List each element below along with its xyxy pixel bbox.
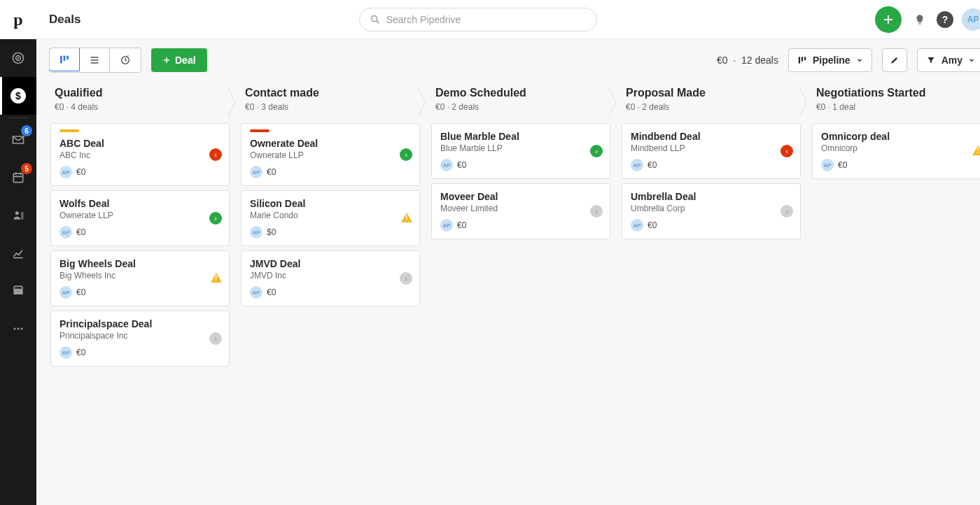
activity-today-icon[interactable]: › (209, 212, 222, 225)
deal-value: €0 (267, 287, 276, 297)
deal-card[interactable]: Omnicorp dealOmnicorpAP€0 (812, 123, 980, 179)
owner-avatar: AP (59, 166, 72, 178)
quick-add-button[interactable] (875, 6, 902, 33)
deal-card[interactable]: Moveer DealMoveer LimitedAP€0› (431, 183, 610, 239)
deal-value: €0 (457, 220, 466, 230)
deal-card[interactable]: Principalspace DealPrincipalspace IncAP€… (50, 311, 230, 367)
activity-none-icon[interactable]: › (400, 272, 412, 285)
deal-title: Principalspace Deal (59, 318, 220, 329)
deal-title: Omnicorp deal (821, 131, 980, 142)
deal-value: €0 (648, 220, 657, 230)
stage-column: Negotiations Started€0 · 1 dealOmnicorp … (806, 81, 980, 505)
stage-header[interactable]: Demo Scheduled€0 · 2 deals (430, 81, 612, 123)
deal-card[interactable]: Umbrella DealUmbrella CorpAP€0› (622, 183, 801, 239)
nav-deals[interactable]: $ (0, 77, 36, 115)
assistant-button[interactable] (911, 11, 928, 28)
deal-title: JMVD Deal (250, 258, 411, 269)
deal-company: Mindbend LLP (631, 143, 792, 153)
deal-value: €0 (76, 227, 85, 237)
view-forecast[interactable] (110, 48, 141, 72)
logo[interactable]: p (0, 0, 36, 39)
help-button[interactable]: ? (937, 11, 953, 28)
nav-leads[interactable] (0, 39, 36, 77)
view-list[interactable] (79, 48, 110, 72)
svg-rect-5 (21, 212, 23, 220)
deal-company: Principalspace Inc (59, 331, 220, 341)
main: Deals ? AP (36, 0, 980, 505)
svg-rect-10 (60, 56, 62, 64)
nav-contacts[interactable] (0, 197, 36, 234)
stage-title: Negotiations Started (816, 87, 980, 99)
svg-rect-16 (804, 57, 806, 60)
svg-rect-14 (799, 57, 800, 63)
deal-value: $0 (267, 227, 276, 237)
stage-arrow-icon (799, 87, 806, 118)
deal-value: €0 (76, 348, 85, 357)
activity-today-icon[interactable]: › (400, 148, 412, 161)
add-deal-button[interactable]: Deal (151, 48, 207, 72)
stage-title: Demo Scheduled (435, 87, 606, 99)
deal-card[interactable]: Mindbend DealMindbend LLPAP€0‹ (622, 123, 801, 179)
deal-title: Blue Marble Deal (440, 131, 601, 142)
deal-card[interactable]: Wolfs DealOwnerate LLPAP€0› (50, 190, 230, 246)
edit-pipeline-button[interactable] (882, 48, 907, 72)
deal-card[interactable]: Ownerate DealOwnerate LLPAP€0› (241, 123, 420, 186)
activity-overdue-icon[interactable]: ‹ (209, 148, 222, 161)
stage-summary: €0 · 1 deal (816, 102, 980, 112)
deal-value: €0 (648, 160, 657, 170)
stage-column: Contact made€0 · 3 dealsOwnerate DealOwn… (235, 81, 426, 505)
pipeline-selector[interactable]: Pipeline (788, 48, 872, 72)
nav-more[interactable] (0, 310, 36, 348)
activity-overdue-icon[interactable]: ‹ (780, 145, 793, 157)
owner-avatar: AP (59, 346, 72, 359)
activity-none-icon[interactable]: › (209, 332, 222, 345)
nav-insights[interactable] (0, 234, 36, 272)
user-avatar[interactable]: AP (962, 8, 980, 31)
more-icon (11, 322, 25, 336)
owner-avatar: AP (631, 159, 643, 171)
deal-title: Umbrella Deal (631, 191, 792, 202)
view-pipeline[interactable] (49, 48, 80, 71)
deal-card[interactable]: ABC DealABC IncAP€0‹ (50, 123, 230, 186)
forecast-view-icon (120, 55, 131, 66)
deal-company: Big Wheels Inc (59, 271, 220, 280)
list-view-icon (89, 55, 100, 66)
stage-arrow-icon (228, 87, 235, 118)
owner-avatar: AP (59, 286, 72, 299)
stage-header[interactable]: Proposal Made€0 · 2 deals (620, 81, 802, 123)
stage-header[interactable]: Qualified€0 · 4 deals (49, 81, 231, 123)
stage-header[interactable]: Negotiations Started€0 · 1 deal (811, 81, 980, 123)
deal-title: ABC Deal (59, 138, 220, 149)
warning-icon[interactable] (972, 145, 980, 155)
nav-products[interactable] (0, 272, 36, 310)
pipeline-icon (797, 55, 807, 65)
pipeline-view-icon (59, 54, 70, 65)
stage-arrow-icon (419, 87, 426, 118)
deal-company: Moveer Limited (440, 204, 601, 213)
deal-value: €0 (457, 160, 466, 170)
deal-card[interactable]: Big Wheels DealBig Wheels IncAP€0 (50, 250, 230, 306)
deal-title: Ownerate Deal (250, 138, 411, 149)
deal-card[interactable]: JMVD DealJMVD IncAP€0› (241, 250, 420, 306)
search-input[interactable] (386, 14, 587, 25)
nav-mail[interactable]: 6 (0, 121, 36, 159)
card-color-bar (250, 129, 270, 132)
activity-today-icon[interactable]: › (590, 145, 603, 157)
stage-header[interactable]: Contact made€0 · 3 deals (239, 81, 421, 123)
user-filter[interactable]: Amy (917, 48, 980, 72)
deal-company: Umbrella Corp (631, 204, 792, 213)
stage-title: Proposal Made (626, 87, 797, 99)
search-input-wrapper[interactable] (359, 8, 597, 31)
warning-icon[interactable] (211, 273, 222, 283)
view-switcher (49, 48, 141, 73)
nav-calendar[interactable]: 5 (0, 159, 36, 197)
activity-none-icon[interactable]: › (780, 205, 793, 218)
svg-rect-12 (66, 56, 69, 59)
deal-title: Silicon Deal (250, 198, 411, 209)
deal-card[interactable]: Silicon DealMarie CondoAP$0 (241, 190, 420, 246)
warning-icon[interactable] (401, 213, 412, 222)
deal-company: JMVD Inc (250, 271, 411, 280)
deal-card[interactable]: Blue Marble DealBlue Marble LLPAP€0› (431, 123, 610, 179)
activity-none-icon[interactable]: › (590, 205, 603, 218)
lightbulb-icon (913, 13, 926, 26)
